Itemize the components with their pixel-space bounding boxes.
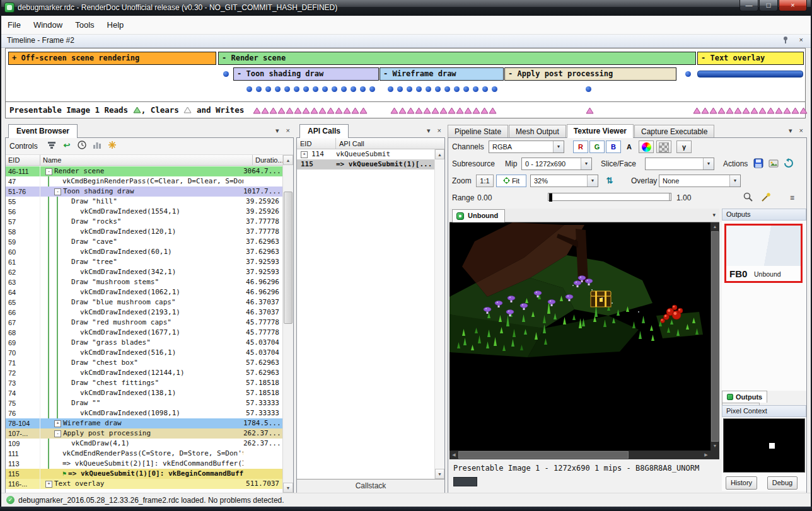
event-browser-scrollbar[interactable]: ▲ ▼ [282, 155, 293, 493]
event-row-46-111[interactable]: 46-111-Render scene3064.7... [6, 166, 282, 176]
event-row-69[interactable]: 69Draw "grass blades"45.03704 [6, 338, 282, 348]
event-row-111[interactable]: 111vkCmdEndRenderPass(C=Store, D=Store, … [6, 449, 282, 459]
tree-expander-expanded[interactable]: - [54, 430, 61, 437]
draw-marker-dot[interactable] [275, 86, 281, 92]
custom-shader-button[interactable] [639, 141, 654, 153]
marker-triangle[interactable] [133, 106, 141, 113]
event-row-72[interactable]: 72vkCmdDrawIndexed(12144,1)57.62963 [6, 368, 282, 378]
close-button[interactable]: × [779, 0, 807, 11]
export-texture-icon[interactable] [768, 158, 779, 171]
scroll-up-icon[interactable]: ▲ [710, 222, 719, 231]
scrollbar-thumb[interactable] [284, 192, 293, 324]
event-row-113[interactable]: 113=> vkQueueSubmit(2)[1]: vkEndCommandB… [6, 459, 282, 469]
text-overlay-activity-bar[interactable] [697, 71, 803, 78]
draw-marker-dot[interactable] [369, 86, 375, 92]
zoom-combo[interactable]: 32% ▾ [530, 175, 598, 187]
tab-api-calls[interactable]: API Calls [299, 124, 349, 138]
draw-marker-dot[interactable] [586, 86, 591, 92]
marker-triangle[interactable] [799, 107, 808, 114]
sliceface-combo[interactable]: ▾ [645, 158, 714, 170]
event-row-55[interactable]: 55Draw "hill"39.25926 [6, 197, 282, 207]
event-row-58[interactable]: 58vkCmdDrawIndexed(120,1)37.77778 [6, 227, 282, 237]
event-row-66[interactable]: 66vkCmdDrawIndexed(2193,1)46.37037 [6, 307, 282, 318]
draw-marker-dot[interactable] [463, 86, 469, 92]
marker-triangle[interactable] [742, 107, 750, 114]
draw-marker-dot[interactable] [388, 86, 393, 92]
write-marker-group[interactable] [586, 107, 594, 114]
dropdown-arrow-icon[interactable]: ▾ [703, 158, 714, 169]
scroll-up-icon[interactable]: ▲ [283, 155, 293, 165]
event-row-57[interactable]: 57Draw "rocks"37.77778 [6, 217, 282, 227]
dock-menu-icon[interactable]: ▾ [276, 127, 279, 134]
range-white-point-handle[interactable] [669, 193, 670, 200]
marker-triangle[interactable] [750, 107, 758, 114]
marker-triangle[interactable] [415, 107, 423, 114]
debug-button[interactable]: Debug [767, 476, 798, 490]
api-row-115[interactable]: 115=> vkQueueSubmit(1)[... [297, 159, 434, 169]
event-row-71[interactable]: 71Draw "chest box"57.62963 [6, 358, 282, 368]
event-row-64[interactable]: 64vkCmdDrawIndexed(1062,1)46.96296 [6, 287, 282, 297]
scroll-down-icon[interactable]: ▼ [710, 442, 719, 451]
draw-marker-dot[interactable] [284, 86, 290, 92]
timeline-bar-off-screen-scene-rendering[interactable]: + Off-screen scene rendering [8, 52, 216, 65]
marker-triangle[interactable] [439, 107, 448, 114]
dropdown-arrow-icon[interactable]: ▾ [587, 175, 598, 187]
marker-triangle[interactable] [183, 106, 192, 113]
marker-triangle[interactable] [717, 107, 726, 114]
dock-menu-icon[interactable]: ▾ [789, 127, 792, 134]
marker-triangle[interactable] [327, 107, 335, 114]
event-row-51-76[interactable]: 51-76-Toon shading draw1017.7... [6, 187, 282, 197]
tab-event-browser[interactable]: Event Browser [8, 124, 78, 138]
draw-marker-dot[interactable] [435, 86, 441, 92]
draw-marker-dot[interactable] [492, 86, 497, 92]
scroll-right-icon[interactable]: ▶ [702, 451, 710, 459]
tab-texture-viewer[interactable]: Texture Viewer [567, 124, 634, 138]
column-api-call[interactable]: API Call [336, 138, 444, 149]
draw-marker-dot[interactable] [313, 86, 318, 92]
draw-marker-dot[interactable] [332, 86, 337, 92]
filter-icon[interactable] [46, 141, 57, 152]
menu-help[interactable]: Help [101, 16, 130, 34]
draw-marker-dot[interactable] [322, 86, 328, 92]
overlay-combo[interactable]: None ▾ [659, 175, 741, 187]
tab-mesh-output[interactable]: Mesh Output [509, 125, 566, 138]
timeline-close-icon[interactable]: × [799, 36, 803, 43]
dock-close-icon[interactable]: × [799, 127, 803, 134]
dropdown-arrow-icon[interactable]: ▾ [729, 175, 740, 187]
zoom-fit-button[interactable]: Fit [496, 175, 526, 187]
range-max-value[interactable]: 1.00 [676, 193, 691, 202]
event-row-78-104[interactable]: 78-104+Wireframe draw1784.5... [6, 418, 282, 428]
marker-triangle[interactable] [775, 107, 783, 114]
background-checker-button[interactable] [656, 141, 671, 153]
event-row-75[interactable]: 75Draw ""57.33333 [6, 398, 282, 408]
blue-channel-button[interactable]: B [606, 141, 621, 153]
history-button[interactable]: History [726, 476, 757, 490]
draw-marker-dot[interactable] [473, 86, 478, 92]
menu-file[interactable]: File [1, 16, 27, 34]
marker-triangle[interactable] [489, 107, 497, 114]
viewport-vertical-scrollbar[interactable]: ▲ ▼ [710, 222, 719, 451]
marker-triangle[interactable] [423, 107, 431, 114]
marker-triangle[interactable] [693, 107, 701, 114]
marker-triangle[interactable] [734, 107, 742, 114]
marker-triangle[interactable] [448, 107, 456, 114]
dock-close-icon[interactable]: × [286, 127, 290, 134]
event-row-116[interactable]: 116-...+Text overlay511.7037 [6, 479, 282, 489]
draw-marker-dot[interactable] [341, 86, 347, 92]
marker-triangle[interactable] [431, 107, 439, 114]
tree-expander-expanded[interactable]: - [45, 168, 52, 175]
marker-triangle[interactable] [701, 107, 709, 114]
draw-marker-dot[interactable] [685, 71, 691, 77]
save-texture-icon[interactable] [753, 158, 763, 171]
event-row-73[interactable]: 73Draw "chest fittings"57.18518 [6, 378, 282, 388]
stats-icon[interactable] [91, 141, 103, 152]
viewport-horizontal-scrollbar[interactable]: ◀ ▶ [450, 451, 710, 459]
event-row-47[interactable]: 47vkCmdBeginRenderPass(C=Clear, D=Clear,… [6, 176, 282, 187]
timeline-bar-render-scene[interactable]: - Render scene [218, 52, 696, 65]
marker-triangle[interactable] [359, 107, 368, 114]
menu-window[interactable]: Window [27, 16, 69, 34]
menu-tools[interactable]: Tools [69, 16, 100, 34]
marker-triangle[interactable] [767, 107, 775, 114]
draw-marker-dot[interactable] [303, 86, 309, 92]
alpha-channel-button[interactable]: A [624, 141, 635, 153]
